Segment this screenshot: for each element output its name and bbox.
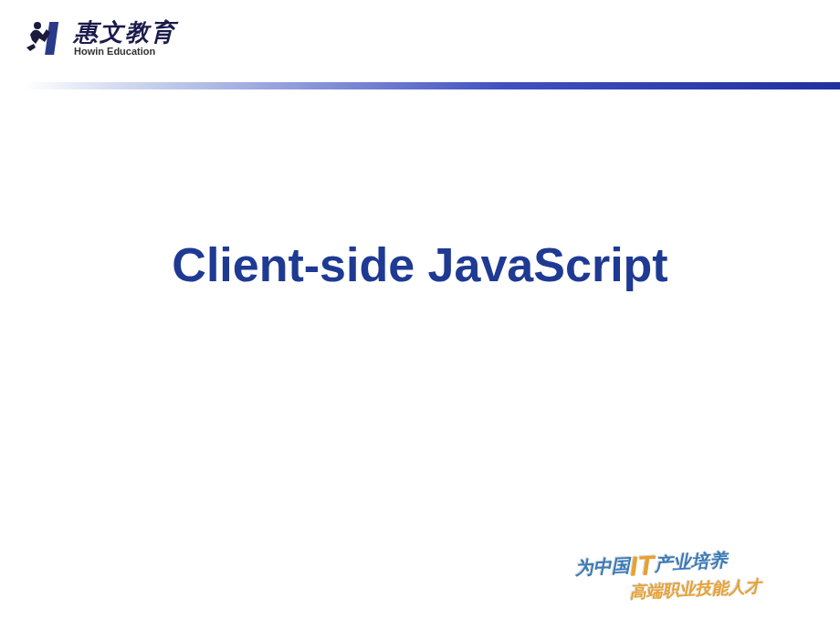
svg-point-1 [34,22,41,29]
footer-slogan: 为中国IT产业培养 高端职业技能人才 [575,548,813,612]
logo-icon [23,16,67,60]
header-divider [0,82,840,89]
footer-it-text: IT [629,550,655,581]
logo-text: 惠文教育 Howin Education [74,20,176,57]
slide-title: Client-side JavaScript [0,237,840,292]
logo: 惠文教育 Howin Education [23,16,176,60]
slide-header: 惠文教育 Howin Education [0,0,840,82]
footer-line1-suffix: 产业培养 [654,550,728,573]
logo-chinese: 惠文教育 [74,20,176,44]
footer-line1-prefix: 为中国 [575,555,631,578]
logo-english: Howin Education [74,46,176,57]
